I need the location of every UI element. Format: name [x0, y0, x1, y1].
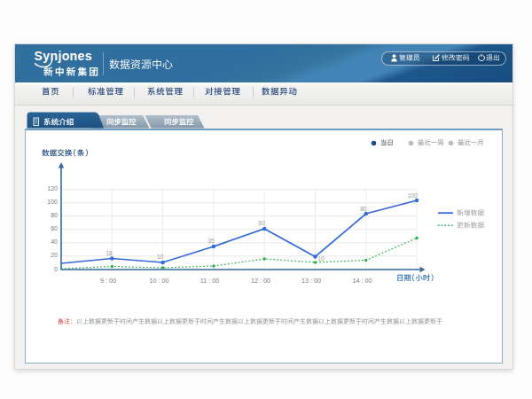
- svg-text:120: 120: [47, 185, 58, 192]
- svg-text:18: 18: [106, 249, 113, 255]
- svg-text:10: 10: [157, 254, 164, 260]
- svg-text:14 : 00: 14 : 00: [353, 276, 372, 284]
- svg-text:100: 100: [408, 192, 418, 198]
- svg-text:80: 80: [360, 205, 367, 211]
- svg-text:35: 35: [207, 238, 215, 244]
- svg-text:10: 10: [317, 255, 325, 262]
- svg-text:13 : 00: 13 : 00: [301, 276, 321, 284]
- svg-text:100: 100: [47, 199, 58, 205]
- svg-text:20: 20: [51, 252, 58, 258]
- svg-text:9 : 00: 9 : 00: [100, 276, 116, 284]
- svg-text:40: 40: [51, 239, 58, 245]
- svg-text:80: 80: [51, 212, 58, 218]
- svg-text:11 : 00: 11 : 00: [200, 276, 219, 284]
- svg-text:60: 60: [51, 225, 58, 231]
- svg-text:12 : 00: 12 : 00: [251, 276, 270, 284]
- svg-text:0: 0: [54, 265, 58, 271]
- svg-text:10 : 00: 10 : 00: [150, 276, 169, 284]
- svg-text:60: 60: [259, 220, 266, 226]
